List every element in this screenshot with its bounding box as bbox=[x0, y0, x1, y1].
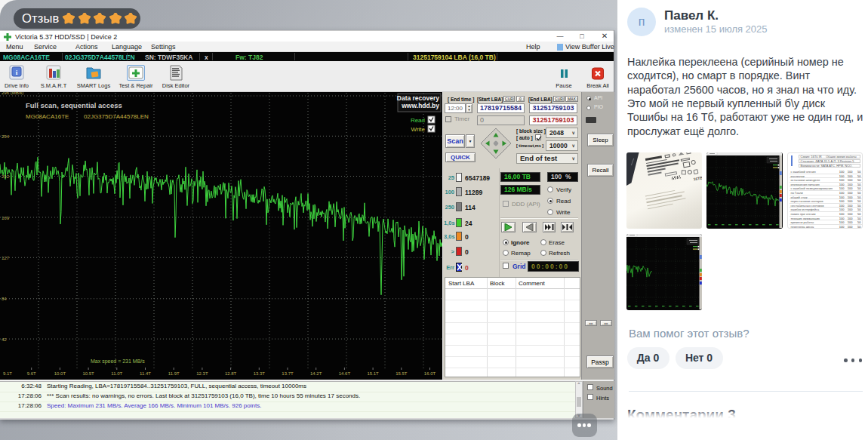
svg-text:14.2T: 14.2T bbox=[310, 371, 322, 376]
svg-text:Write: Write bbox=[411, 126, 425, 133]
svg-text:169: 169 bbox=[2, 216, 10, 220]
svg-text:15.1T: 15.1T bbox=[367, 371, 379, 376]
svg-text:11.0T: 11.0T bbox=[111, 371, 122, 376]
svg-text:14.6T: 14.6T bbox=[339, 371, 351, 376]
svg-text:15.5T: 15.5T bbox=[396, 371, 408, 376]
svg-text:9.6T: 9.6T bbox=[27, 371, 36, 376]
svg-text:212: 212 bbox=[2, 174, 10, 179]
svg-text:9.1T: 9.1T bbox=[3, 371, 12, 376]
svg-text:11.4T: 11.4T bbox=[140, 371, 151, 376]
svg-text:12.8T: 12.8T bbox=[225, 371, 237, 376]
svg-text:127: 127 bbox=[2, 256, 10, 260]
svg-text:10.5T: 10.5T bbox=[82, 371, 94, 376]
svg-text:42: 42 bbox=[2, 337, 7, 342]
svg-text:MG08ACA16TE: MG08ACA16TE bbox=[26, 113, 69, 120]
svg-text:10.0T: 10.0T bbox=[54, 371, 66, 376]
svg-text:11.9T: 11.9T bbox=[168, 371, 180, 376]
svg-text:Max speed = 231 MB/s: Max speed = 231 MB/s bbox=[91, 358, 145, 365]
svg-text:13.3T: 13.3T bbox=[254, 371, 266, 376]
svg-text:16.0T: 16.0T bbox=[424, 371, 436, 376]
svg-text:296 (MB/s): 296 (MB/s) bbox=[2, 92, 23, 95]
svg-text:254: 254 bbox=[2, 134, 10, 139]
svg-text:13.7T: 13.7T bbox=[282, 371, 294, 376]
svg-text:02JG375D7A44578LEN: 02JG375D7A44578LEN bbox=[84, 113, 149, 120]
svg-text:Data recovery: Data recovery bbox=[397, 94, 440, 102]
svg-text:www.hdd.by: www.hdd.by bbox=[401, 102, 439, 109]
svg-text:12.3T: 12.3T bbox=[196, 371, 208, 376]
svg-text:84: 84 bbox=[2, 297, 7, 301]
svg-text:Full scan, sequential access: Full scan, sequential access bbox=[26, 101, 122, 109]
svg-text:Read: Read bbox=[411, 117, 425, 124]
